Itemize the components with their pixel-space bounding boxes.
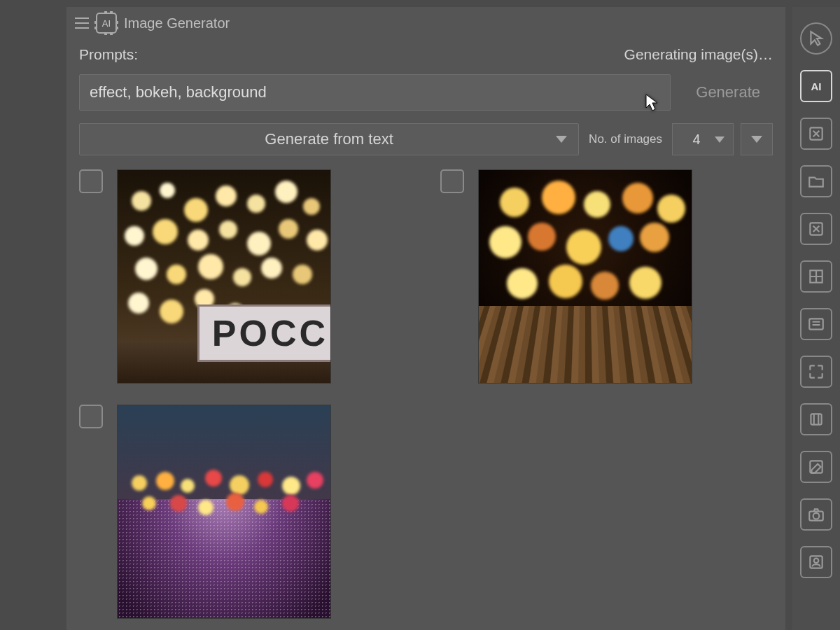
expand-tool[interactable] — [800, 356, 832, 388]
result-thumbnail[interactable] — [478, 169, 692, 384]
svg-rect-4 — [811, 414, 821, 424]
prompts-label: Prompts: — [79, 46, 138, 63]
ai-icon-label: AI — [811, 80, 822, 92]
chevron-down-icon — [715, 136, 724, 143]
ai-chip-icon: AI — [96, 13, 117, 34]
folder-tool[interactable] — [800, 165, 832, 197]
prompt-input[interactable] — [79, 74, 671, 111]
gallery-tool[interactable] — [800, 308, 832, 340]
generating-status: Generating image(s)… — [624, 46, 773, 63]
num-images-label: No. of images — [586, 132, 665, 146]
prompts-row: Prompts: Generating image(s)… — [66, 39, 785, 67]
svg-point-7 — [813, 513, 820, 519]
generation-mode-select[interactable]: Generate from text — [79, 123, 579, 155]
results-grid: POCC — [66, 165, 785, 623]
result-item — [79, 405, 412, 619]
titlebar: AI Image Generator — [66, 7, 785, 39]
grid-tool[interactable] — [800, 260, 832, 293]
num-images-select[interactable]: 4 — [672, 123, 734, 155]
edit-square-tool[interactable] — [800, 451, 832, 483]
pointer-tool[interactable] — [800, 22, 832, 55]
right-sidebar: AI — [792, 7, 840, 630]
generate-button[interactable]: Generate — [683, 83, 773, 102]
generation-mode-label: Generate from text — [265, 130, 393, 148]
close-layer-tool[interactable] — [800, 118, 832, 150]
menu-icon[interactable] — [75, 18, 89, 29]
result-checkbox[interactable] — [440, 169, 464, 193]
ai-generator-tool[interactable]: AI — [800, 70, 832, 102]
chevron-down-icon — [751, 136, 762, 143]
result-checkbox[interactable] — [79, 405, 103, 428]
chevron-down-icon — [556, 136, 567, 143]
camera-tool[interactable] — [800, 498, 832, 531]
result-item: POCC — [79, 169, 412, 384]
thumbnail-overlay-text: POCC — [197, 304, 331, 362]
mouse-cursor — [645, 94, 658, 112]
image-generator-panel: AI Image Generator Prompts: Generating i… — [66, 7, 785, 630]
svg-point-9 — [814, 559, 819, 564]
library-tool[interactable] — [800, 403, 832, 435]
result-thumbnail[interactable] — [117, 405, 331, 619]
person-tool[interactable] — [800, 546, 832, 578]
result-checkbox[interactable] — [79, 169, 103, 193]
result-item — [440, 169, 774, 384]
result-thumbnail[interactable]: POCC — [117, 169, 331, 384]
more-options-button[interactable] — [741, 123, 773, 155]
delete-box-tool[interactable] — [800, 213, 832, 245]
panel-title: Image Generator — [124, 15, 230, 31]
num-images-value: 4 — [692, 132, 700, 148]
